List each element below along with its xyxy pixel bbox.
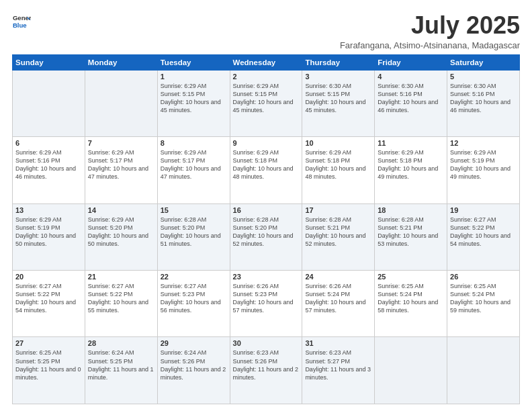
table-row: 22Sunrise: 6:27 AM Sunset: 5:23 PM Dayli…	[157, 271, 230, 337]
day-info: Sunrise: 6:30 AM Sunset: 5:15 PM Dayligh…	[305, 82, 371, 115]
table-row	[447, 337, 520, 404]
day-info: Sunrise: 6:28 AM Sunset: 5:20 PM Dayligh…	[161, 216, 227, 248]
table-row: 3Sunrise: 6:30 AM Sunset: 5:15 PM Daylig…	[302, 70, 375, 136]
day-info: Sunrise: 6:29 AM Sunset: 5:15 PM Dayligh…	[233, 82, 300, 115]
main-title: July 2025	[340, 12, 520, 39]
table-row: 4Sunrise: 6:30 AM Sunset: 5:16 PM Daylig…	[375, 70, 447, 136]
day-info: Sunrise: 6:28 AM Sunset: 5:21 PM Dayligh…	[378, 216, 444, 248]
table-row: 19Sunrise: 6:27 AM Sunset: 5:22 PM Dayli…	[447, 203, 520, 270]
day-info: Sunrise: 6:23 AM Sunset: 5:27 PM Dayligh…	[305, 349, 371, 381]
day-number: 6	[15, 139, 82, 147]
calendar-week-row: 13Sunrise: 6:29 AM Sunset: 5:19 PM Dayli…	[13, 203, 520, 270]
table-row: 21Sunrise: 6:27 AM Sunset: 5:22 PM Dayli…	[85, 271, 157, 337]
col-monday: Monday	[85, 54, 157, 70]
day-number: 13	[15, 206, 82, 214]
day-info: Sunrise: 6:28 AM Sunset: 5:21 PM Dayligh…	[305, 216, 371, 248]
day-number: 28	[88, 339, 154, 347]
day-number: 30	[233, 339, 300, 347]
table-row: 8Sunrise: 6:29 AM Sunset: 5:17 PM Daylig…	[157, 137, 230, 203]
calendar-week-row: 6Sunrise: 6:29 AM Sunset: 5:16 PM Daylig…	[13, 137, 520, 203]
day-number: 21	[88, 273, 154, 281]
table-row: 16Sunrise: 6:28 AM Sunset: 5:20 PM Dayli…	[230, 203, 302, 270]
table-row: 24Sunrise: 6:26 AM Sunset: 5:24 PM Dayli…	[302, 271, 375, 337]
day-number: 4	[378, 73, 444, 81]
day-number: 14	[88, 206, 154, 214]
day-info: Sunrise: 6:25 AM Sunset: 5:25 PM Dayligh…	[15, 349, 82, 381]
logo-icon: General Blue	[12, 12, 31, 31]
svg-text:Blue: Blue	[13, 21, 27, 29]
table-row: 2Sunrise: 6:29 AM Sunset: 5:15 PM Daylig…	[230, 70, 302, 136]
calendar-week-row: 20Sunrise: 6:27 AM Sunset: 5:22 PM Dayli…	[13, 271, 520, 337]
table-row: 28Sunrise: 6:24 AM Sunset: 5:25 PM Dayli…	[85, 337, 157, 404]
day-info: Sunrise: 6:30 AM Sunset: 5:16 PM Dayligh…	[378, 82, 444, 115]
day-info: Sunrise: 6:25 AM Sunset: 5:24 PM Dayligh…	[378, 282, 444, 315]
day-number: 19	[450, 206, 517, 214]
day-number: 27	[15, 339, 82, 347]
day-number: 2	[233, 73, 300, 81]
subtitle: Farafangana, Atsimo-Atsinanana, Madagasc…	[340, 40, 520, 50]
table-row: 17Sunrise: 6:28 AM Sunset: 5:21 PM Dayli…	[302, 203, 375, 270]
day-number: 1	[161, 73, 227, 81]
calendar-week-row: 27Sunrise: 6:25 AM Sunset: 5:25 PM Dayli…	[13, 337, 520, 404]
day-info: Sunrise: 6:27 AM Sunset: 5:22 PM Dayligh…	[15, 282, 82, 315]
table-row: 11Sunrise: 6:29 AM Sunset: 5:18 PM Dayli…	[375, 137, 447, 203]
day-info: Sunrise: 6:29 AM Sunset: 5:15 PM Dayligh…	[161, 82, 227, 115]
day-info: Sunrise: 6:29 AM Sunset: 5:18 PM Dayligh…	[378, 148, 444, 181]
day-number: 26	[450, 273, 517, 281]
day-info: Sunrise: 6:29 AM Sunset: 5:17 PM Dayligh…	[161, 148, 227, 181]
table-row: 1Sunrise: 6:29 AM Sunset: 5:15 PM Daylig…	[157, 70, 230, 136]
col-tuesday: Tuesday	[157, 54, 230, 70]
day-info: Sunrise: 6:29 AM Sunset: 5:20 PM Dayligh…	[88, 216, 154, 248]
table-row: 18Sunrise: 6:28 AM Sunset: 5:21 PM Dayli…	[375, 203, 447, 270]
table-row: 6Sunrise: 6:29 AM Sunset: 5:16 PM Daylig…	[13, 137, 85, 203]
day-number: 3	[305, 73, 371, 81]
day-info: Sunrise: 6:29 AM Sunset: 5:17 PM Dayligh…	[88, 148, 154, 181]
calendar-header-row: Sunday Monday Tuesday Wednesday Thursday…	[13, 54, 520, 70]
day-info: Sunrise: 6:25 AM Sunset: 5:24 PM Dayligh…	[450, 282, 517, 315]
table-row: 20Sunrise: 6:27 AM Sunset: 5:22 PM Dayli…	[13, 271, 85, 337]
table-row: 29Sunrise: 6:24 AM Sunset: 5:26 PM Dayli…	[157, 337, 230, 404]
table-row: 14Sunrise: 6:29 AM Sunset: 5:20 PM Dayli…	[85, 203, 157, 270]
day-info: Sunrise: 6:26 AM Sunset: 5:24 PM Dayligh…	[305, 282, 371, 315]
title-block: July 2025 Farafangana, Atsimo-Atsinanana…	[340, 12, 520, 50]
day-info: Sunrise: 6:29 AM Sunset: 5:19 PM Dayligh…	[15, 216, 82, 248]
table-row: 7Sunrise: 6:29 AM Sunset: 5:17 PM Daylig…	[85, 137, 157, 203]
col-sunday: Sunday	[13, 54, 85, 70]
day-info: Sunrise: 6:29 AM Sunset: 5:16 PM Dayligh…	[15, 148, 82, 181]
day-info: Sunrise: 6:30 AM Sunset: 5:16 PM Dayligh…	[450, 82, 517, 115]
day-number: 11	[378, 139, 444, 147]
table-row	[85, 70, 157, 136]
day-info: Sunrise: 6:24 AM Sunset: 5:25 PM Dayligh…	[88, 349, 154, 381]
col-thursday: Thursday	[302, 54, 375, 70]
table-row: 9Sunrise: 6:29 AM Sunset: 5:18 PM Daylig…	[230, 137, 302, 203]
header: General Blue July 2025 Farafangana, Atsi…	[12, 12, 520, 50]
calendar-week-row: 1Sunrise: 6:29 AM Sunset: 5:15 PM Daylig…	[13, 70, 520, 136]
table-row: 26Sunrise: 6:25 AM Sunset: 5:24 PM Dayli…	[447, 271, 520, 337]
day-number: 25	[378, 273, 444, 281]
day-number: 22	[161, 273, 227, 281]
day-number: 17	[305, 206, 371, 214]
day-info: Sunrise: 6:26 AM Sunset: 5:23 PM Dayligh…	[233, 282, 300, 315]
table-row: 15Sunrise: 6:28 AM Sunset: 5:20 PM Dayli…	[157, 203, 230, 270]
day-info: Sunrise: 6:27 AM Sunset: 5:22 PM Dayligh…	[450, 216, 517, 248]
table-row: 31Sunrise: 6:23 AM Sunset: 5:27 PM Dayli…	[302, 337, 375, 404]
table-row: 25Sunrise: 6:25 AM Sunset: 5:24 PM Dayli…	[375, 271, 447, 337]
day-number: 29	[161, 339, 227, 347]
day-info: Sunrise: 6:27 AM Sunset: 5:22 PM Dayligh…	[88, 282, 154, 315]
day-info: Sunrise: 6:24 AM Sunset: 5:26 PM Dayligh…	[161, 349, 227, 381]
day-number: 5	[450, 73, 517, 81]
table-row: 5Sunrise: 6:30 AM Sunset: 5:16 PM Daylig…	[447, 70, 520, 136]
day-info: Sunrise: 6:29 AM Sunset: 5:19 PM Dayligh…	[450, 148, 517, 181]
table-row	[13, 70, 85, 136]
day-number: 16	[233, 206, 300, 214]
table-row: 27Sunrise: 6:25 AM Sunset: 5:25 PM Dayli…	[13, 337, 85, 404]
day-info: Sunrise: 6:29 AM Sunset: 5:18 PM Dayligh…	[233, 148, 300, 181]
day-info: Sunrise: 6:23 AM Sunset: 5:26 PM Dayligh…	[233, 349, 300, 381]
day-number: 20	[15, 273, 82, 281]
col-wednesday: Wednesday	[230, 54, 302, 70]
table-row: 10Sunrise: 6:29 AM Sunset: 5:18 PM Dayli…	[302, 137, 375, 203]
day-number: 10	[305, 139, 371, 147]
day-number: 12	[450, 139, 517, 147]
logo: General Blue	[12, 12, 31, 31]
day-number: 24	[305, 273, 371, 281]
